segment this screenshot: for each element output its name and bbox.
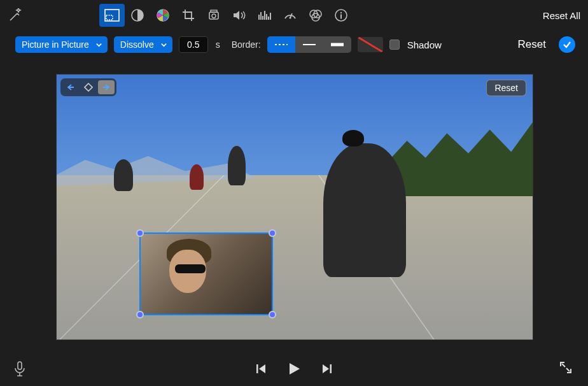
transition-duration-input[interactable]: 0.5 (179, 36, 208, 53)
color-balance-icon[interactable] (125, 4, 150, 27)
resize-handle-tl[interactable] (136, 229, 144, 237)
seconds-unit-label: s (216, 39, 220, 50)
border-color-swatch[interactable] (358, 37, 383, 52)
previous-frame-button[interactable] (255, 362, 267, 375)
svg-rect-17 (18, 362, 22, 369)
check-icon (562, 39, 572, 50)
svg-rect-13 (340, 15, 342, 19)
viewer-forward-button[interactable] (98, 80, 115, 94)
resize-handle-br[interactable] (269, 311, 276, 318)
transport-controls (255, 361, 333, 376)
scene-figure (323, 143, 406, 277)
svg-point-7 (290, 17, 291, 19)
inspector-toolbar: Reset All (0, 0, 588, 31)
noise-reduction-icon[interactable] (252, 4, 277, 27)
viewer-side-controls (60, 78, 116, 96)
scene-trees (390, 122, 533, 196)
svg-rect-18 (256, 364, 258, 373)
border-thin-button[interactable] (295, 36, 323, 53)
volume-icon[interactable] (227, 4, 252, 27)
reset-all-button[interactable]: Reset All (543, 10, 580, 21)
microphone-icon[interactable] (13, 361, 29, 377)
svg-point-6 (212, 14, 216, 18)
play-button[interactable] (286, 361, 302, 376)
viewer-swap-button[interactable] (80, 80, 97, 94)
chevron-down-icon (95, 41, 102, 48)
magic-wand-icon[interactable] (8, 8, 23, 23)
chevron-down-icon (160, 41, 167, 48)
svg-rect-5 (211, 10, 217, 12)
scene-helmet (342, 130, 364, 147)
info-icon[interactable] (328, 4, 354, 27)
next-frame-button[interactable] (321, 362, 333, 375)
scene-figure (228, 146, 246, 185)
svg-rect-1 (106, 15, 113, 20)
svg-point-12 (340, 12, 342, 13)
color-wheel-icon[interactable] (150, 4, 176, 27)
border-style-segment (267, 36, 351, 53)
viewer-back-button[interactable] (62, 80, 79, 94)
crop-icon[interactable] (176, 4, 201, 27)
transition-mode-dropdown[interactable]: Dissolve (114, 36, 172, 53)
overlay-mode-dropdown[interactable]: Picture in Picture (15, 36, 108, 53)
preview-viewer[interactable]: Reset (56, 74, 533, 340)
resize-handle-bl[interactable] (136, 311, 144, 318)
shadow-label: Shadow (407, 39, 442, 50)
fullscreen-button[interactable] (559, 361, 575, 377)
resize-handle-tr[interactable] (269, 229, 276, 237)
overlay-icon[interactable] (99, 4, 125, 27)
pip-overlay[interactable] (139, 232, 273, 315)
shadow-checkbox[interactable] (389, 39, 400, 50)
border-thick-button[interactable] (323, 36, 351, 53)
reset-overlay-button[interactable]: Reset (518, 38, 546, 51)
border-label: Border: (232, 39, 261, 50)
overlay-mode-label: Picture in Picture (22, 39, 89, 50)
overlay-options-bar: Picture in Picture Dissolve 0.5 s Border… (0, 31, 588, 59)
transition-mode-label: Dissolve (120, 39, 154, 50)
svg-rect-19 (330, 364, 332, 373)
scene-figure (114, 159, 133, 191)
viewer-reset-button[interactable]: Reset (486, 80, 526, 96)
scene-figure (190, 164, 204, 190)
transport-bar (0, 352, 588, 386)
border-none-button[interactable] (267, 36, 295, 53)
stabilize-icon[interactable] (201, 4, 227, 27)
speed-icon[interactable] (277, 4, 303, 27)
apply-button[interactable] (559, 36, 575, 53)
pip-content (175, 264, 206, 273)
filter-icon[interactable] (303, 4, 328, 27)
